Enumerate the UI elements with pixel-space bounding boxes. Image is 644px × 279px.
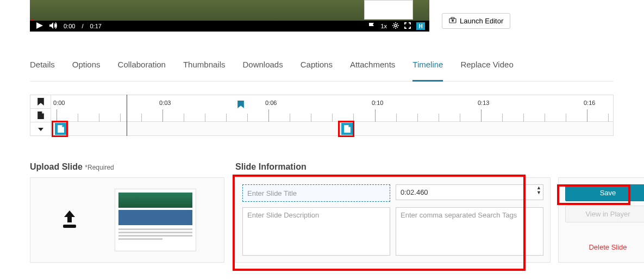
- svg-rect-4: [63, 225, 76, 228]
- video-duration: 0:17: [90, 23, 101, 29]
- video-controls-bar: 0:00 / 0:17 1x H: [30, 21, 429, 32]
- upload-slide-title: Upload Slide: [30, 162, 83, 171]
- slide-title-input[interactable]: [242, 184, 390, 202]
- slide-marker[interactable]: [341, 123, 353, 135]
- timeline-track[interactable]: [51, 122, 614, 136]
- tabs-bar: Details Options Collaboration Thumbnails…: [30, 57, 614, 82]
- timeline-sidebar: [30, 95, 51, 136]
- slide-track-icon[interactable]: [30, 109, 51, 122]
- flag-icon[interactable]: [368, 22, 375, 30]
- slide-tags-input[interactable]: [396, 207, 543, 256]
- time-stepper[interactable]: ▲▼: [536, 185, 541, 195]
- tab-captions[interactable]: Captions: [301, 57, 333, 75]
- timeline: 0:00 0:03 0:06 0:10 0:13 0:16: [30, 95, 614, 136]
- video-time-separator: /: [82, 23, 83, 29]
- slide-actions-box: Save View in Player Delete Slide: [558, 177, 644, 263]
- chapter-marker-icon[interactable]: [237, 101, 244, 110]
- video-current-time: 0:00: [64, 23, 75, 29]
- play-icon[interactable]: [36, 22, 43, 30]
- tick-label: 0:03: [159, 100, 171, 106]
- slide-time-input[interactable]: [396, 184, 543, 200]
- tab-attachments[interactable]: Attachments: [350, 57, 395, 75]
- svg-point-0: [395, 24, 397, 27]
- tab-timeline[interactable]: Timeline: [412, 57, 443, 82]
- volume-icon[interactable]: [49, 22, 57, 30]
- tick-label: 0:16: [584, 100, 595, 106]
- view-in-player-button: View in Player: [565, 206, 644, 222]
- tab-collaboration[interactable]: Collaboration: [118, 57, 166, 75]
- tab-downloads[interactable]: Downloads: [243, 57, 283, 75]
- bookmark-icon[interactable]: [30, 95, 51, 109]
- playhead[interactable]: [127, 95, 127, 136]
- upload-slide-box: [30, 177, 224, 263]
- slide-marker[interactable]: [55, 123, 67, 135]
- settings-icon[interactable]: [392, 22, 399, 30]
- tick-label: 0:10: [372, 100, 383, 106]
- playback-speed[interactable]: 1x: [380, 23, 387, 29]
- slide-information-box: ▲▼: [235, 177, 551, 263]
- delete-slide-link[interactable]: Delete Slide: [589, 243, 627, 251]
- slide-information-heading: Slide Information: [235, 162, 307, 172]
- tick-label: 0:06: [265, 100, 277, 106]
- launch-editor-label: Launch Editor: [460, 17, 503, 25]
- launch-editor-button[interactable]: Launch Editor: [442, 13, 510, 29]
- tab-replace-video[interactable]: Replace Video: [460, 57, 513, 75]
- fullscreen-icon[interactable]: [404, 22, 411, 30]
- upload-icon[interactable]: [59, 208, 80, 232]
- upload-slide-heading: Upload Slide *Required: [30, 162, 114, 172]
- tab-options[interactable]: Options: [72, 57, 101, 75]
- save-button[interactable]: Save: [565, 184, 644, 201]
- slide-thumbnail[interactable]: [115, 189, 196, 251]
- tick-label: 0:13: [478, 100, 489, 106]
- slide-description-input[interactable]: [242, 207, 390, 256]
- required-note: *Required: [85, 164, 114, 171]
- tab-thumbnails[interactable]: Thumbnails: [183, 57, 226, 75]
- tab-details[interactable]: Details: [30, 57, 55, 75]
- video-hover-thumbnail: [364, 0, 413, 20]
- brand-icon[interactable]: H: [416, 22, 425, 30]
- timeline-ruler[interactable]: 0:00 0:03 0:06 0:10 0:13 0:16: [51, 95, 614, 122]
- expand-icon[interactable]: [30, 122, 51, 136]
- tick-label: 0:00: [53, 100, 65, 106]
- editor-icon: [449, 17, 457, 25]
- svg-point-3: [452, 20, 454, 22]
